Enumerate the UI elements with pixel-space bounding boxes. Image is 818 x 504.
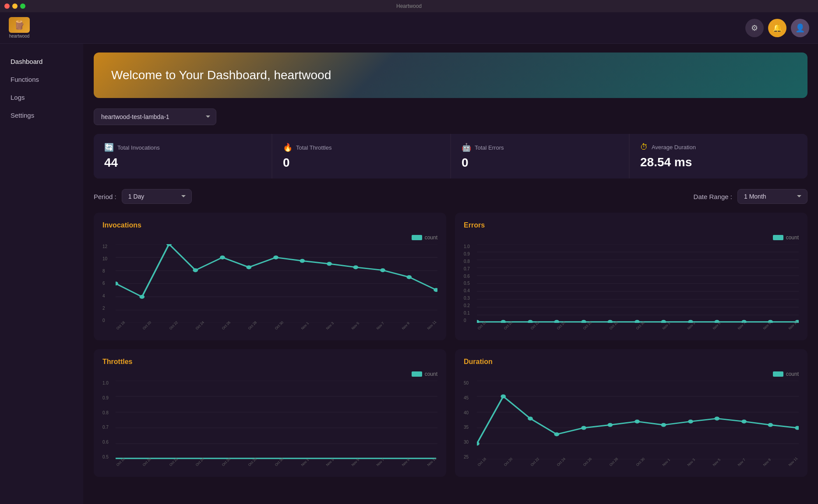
svg-point-37 <box>635 320 640 323</box>
svg-point-59 <box>554 432 559 436</box>
svg-point-65 <box>714 416 719 420</box>
svg-point-38 <box>661 320 666 323</box>
svg-point-61 <box>607 423 613 427</box>
date-range-select[interactable]: 1 Month 1 Day 1 Week 3 Months <box>737 189 807 204</box>
duration-legend: count <box>464 371 799 377</box>
app-title: Heartwood <box>396 3 422 9</box>
svg-point-64 <box>688 420 693 424</box>
svg-point-58 <box>528 416 533 420</box>
errors-y-labels: 1.00.90.80.70.60.50.40.30.20.10 <box>464 244 470 323</box>
throttles-label: Total Throttles <box>296 144 331 151</box>
svg-point-18 <box>406 275 412 279</box>
sidebar-item-settings[interactable]: Settings <box>0 106 83 124</box>
svg-point-62 <box>635 420 640 424</box>
invocations-legend: count <box>102 234 437 241</box>
invocations-legend-box <box>412 235 422 240</box>
minimize-dot[interactable] <box>12 4 18 9</box>
invocations-chart-inner <box>116 244 437 323</box>
charts-grid: Invocations count 121086420 <box>94 213 807 477</box>
stat-invocations: 🔄 Total Invocations 44 <box>94 134 271 178</box>
sidebar-item-functions[interactable]: Functions <box>0 70 83 88</box>
stat-invocations-header: 🔄 Total Invocations <box>104 143 261 152</box>
period-select[interactable]: 1 Day 1 Hour 1 Week 1 Month <box>122 189 192 204</box>
stats-row: 🔄 Total Invocations 44 🔥 Total Throttles… <box>94 134 807 178</box>
svg-point-15 <box>327 262 332 266</box>
titlebar: Heartwood <box>0 0 818 12</box>
errors-chart-area: 1.00.90.80.70.60.50.40.30.20.10 <box>464 244 799 332</box>
date-range-label: Date Range : <box>694 193 732 200</box>
svg-point-11 <box>220 256 225 259</box>
duration-x-labels: Oct 18 Oct 20 Oct 22 Oct 24 Oct 26 Oct 2… <box>477 462 799 468</box>
errors-svg <box>477 244 799 323</box>
throttles-svg <box>116 381 437 459</box>
svg-point-56 <box>477 442 480 446</box>
svg-point-17 <box>380 268 385 272</box>
topbar: 🪵 heartwood ⚙ 🔔 👤 <box>0 12 818 44</box>
duration-legend-label: count <box>786 371 799 377</box>
svg-point-60 <box>581 426 586 430</box>
svg-point-68 <box>795 426 799 430</box>
svg-point-10 <box>193 268 198 272</box>
throttles-chart-title: Throttles <box>102 358 437 366</box>
function-selector[interactable]: heartwood-test-lambda-1 <box>94 108 216 125</box>
invocations-y-labels: 121086420 <box>102 244 107 323</box>
errors-legend: count <box>464 234 799 241</box>
duration-chart-title: Duration <box>464 358 799 366</box>
svg-point-12 <box>246 265 251 269</box>
maximize-dot[interactable] <box>20 4 25 9</box>
duration-chart-panel: Duration count 504540353025 <box>455 349 807 477</box>
app-layout: Dashboard Functions Logs Settings Welcom… <box>0 44 818 504</box>
close-dot[interactable] <box>4 4 10 9</box>
svg-point-32 <box>501 320 506 323</box>
stat-errors-header: 🤖 Total Errors <box>462 143 618 152</box>
invocations-chart-area: 121086420 <box>102 244 437 332</box>
errors-legend-label: count <box>786 234 799 241</box>
settings-button[interactable]: ⚙ <box>745 19 764 37</box>
svg-point-8 <box>139 295 145 299</box>
sidebar-item-dashboard[interactable]: Dashboard <box>0 52 83 70</box>
function-selector-row: heartwood-test-lambda-1 <box>94 108 807 125</box>
svg-point-67 <box>768 423 773 427</box>
svg-point-33 <box>528 320 533 323</box>
invocations-legend-label: count <box>425 234 437 241</box>
throttles-legend-label: count <box>425 371 437 377</box>
errors-chart-panel: Errors count 1.00.90.80.70.60.50.40.30.2… <box>455 213 807 340</box>
sidebar-item-logs[interactable]: Logs <box>0 88 83 106</box>
svg-point-36 <box>607 320 613 323</box>
svg-point-13 <box>273 256 279 259</box>
errors-legend-box <box>773 235 783 240</box>
svg-point-63 <box>661 423 666 427</box>
invocations-value: 44 <box>104 156 261 170</box>
svg-point-14 <box>300 259 305 263</box>
notifications-button[interactable]: 🔔 <box>768 19 786 37</box>
main-content: Welcome to Your Dashboard, heartwood hea… <box>83 44 818 504</box>
svg-point-66 <box>741 420 747 424</box>
throttles-chart-area: 1.00.90.80.70.60.5 <box>102 381 437 468</box>
errors-x-labels: Oct 18 Oct 20 Oct 22 Oct 24 Oct 26 Oct 2… <box>477 326 799 332</box>
throttles-value: 0 <box>283 156 440 170</box>
period-control: Period : 1 Day 1 Hour 1 Week 1 Month <box>94 189 192 204</box>
errors-chart-title: Errors <box>464 221 799 229</box>
invocations-label: Total Invocations <box>117 144 160 151</box>
stat-throttles: 🔥 Total Throttles 0 <box>272 134 450 178</box>
throttles-legend: count <box>102 371 437 377</box>
controls-row: Period : 1 Day 1 Hour 1 Week 1 Month Dat… <box>94 189 807 204</box>
errors-label: Total Errors <box>475 144 504 151</box>
duration-icon: ⏱ <box>640 143 648 152</box>
duration-legend-box <box>773 371 783 377</box>
svg-point-34 <box>554 320 559 323</box>
stat-duration: ⏱ Average Duration 28.54 ms <box>630 134 807 178</box>
errors-chart-inner <box>477 244 799 323</box>
duration-chart-inner <box>477 381 799 459</box>
invocations-chart-title: Invocations <box>102 221 437 229</box>
svg-point-35 <box>581 320 586 323</box>
logo-icon: 🪵 <box>9 17 30 33</box>
svg-point-57 <box>501 395 506 399</box>
invocations-svg <box>116 244 437 323</box>
svg-point-16 <box>353 265 358 269</box>
stat-errors: 🤖 Total Errors 0 <box>451 134 629 178</box>
errors-icon: 🤖 <box>462 143 471 152</box>
topbar-actions: ⚙ 🔔 👤 <box>745 19 809 37</box>
date-range-control: Date Range : 1 Month 1 Day 1 Week 3 Mont… <box>694 189 807 204</box>
profile-button[interactable]: 👤 <box>791 19 809 37</box>
